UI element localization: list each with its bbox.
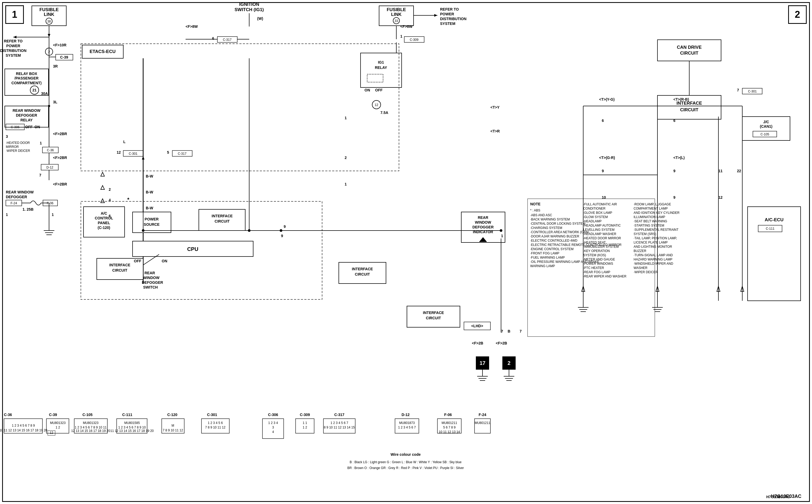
- corner-label-2: 2: [788, 5, 807, 24]
- corner-label-1: 1: [5, 5, 24, 24]
- doc-reference: H7G13E03AC: [771, 494, 801, 499]
- page: 1 2 .wire { stroke: #000; stroke-width: …: [0, 0, 812, 504]
- page-border: [2, 2, 810, 502]
